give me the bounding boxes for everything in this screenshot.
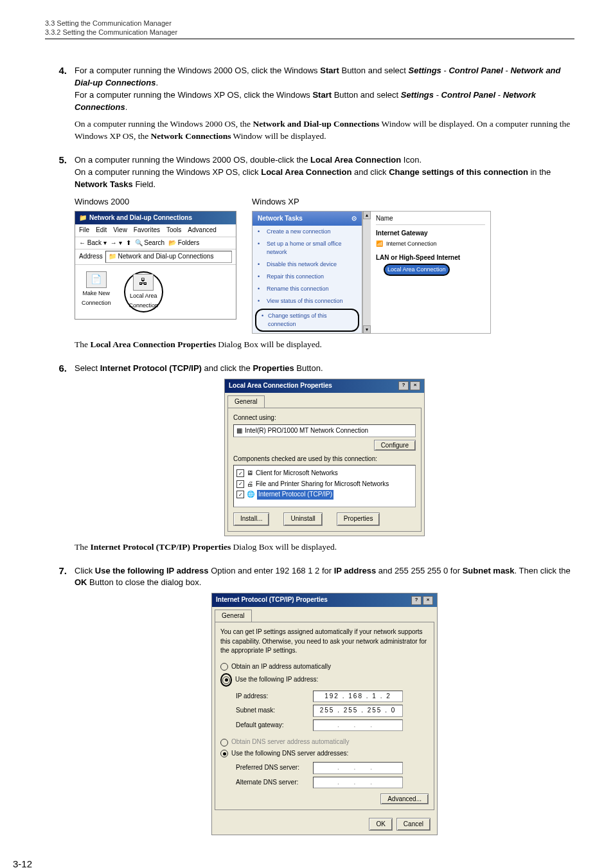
circled-annotation (220, 673, 232, 687)
radio-icon[interactable] (220, 750, 228, 757)
help-button[interactable]: ? (398, 381, 409, 390)
radio-obtain-ip[interactable]: Obtain an IP address automatically (220, 662, 429, 672)
xp-task-create[interactable]: Create a new connection (253, 226, 362, 238)
back-button[interactable]: ← Back ▾ (79, 239, 107, 248)
text: Dialog Box will be displayed. (216, 339, 322, 349)
nic-icon: ▦ (236, 426, 242, 436)
preferred-dns-input[interactable]: . . . (313, 762, 403, 774)
back-label: Back (87, 239, 102, 246)
win2000-window: 📁 Network and Dial-up Connections File E… (75, 211, 236, 320)
components-label: Components checked are used by this conn… (233, 455, 416, 464)
text: IP address (334, 566, 377, 575)
client-icon: 🖥 (247, 469, 253, 478)
menu-tools[interactable]: Tools (166, 226, 181, 235)
text: Internet Protocol (TCP/IP) (257, 490, 333, 500)
xp-task-status[interactable]: View status of this connection (253, 295, 362, 307)
protocol-icon: 🌐 (247, 490, 254, 500)
xp-tasks-header[interactable]: Network Tasks ⊙ (253, 212, 362, 226)
text: - (441, 66, 449, 75)
install-button[interactable]: Install... (233, 512, 269, 526)
menu-file[interactable]: File (79, 226, 89, 235)
text: . Then click the (515, 566, 571, 575)
checkbox-icon[interactable]: ✓ (236, 469, 244, 477)
ok-button[interactable]: OK (369, 818, 392, 831)
text: Obtain an IP address automatically (231, 662, 331, 672)
text: Button. (294, 363, 323, 373)
win2000-title-text: Network and Dial-up Connections (89, 213, 192, 223)
text: Internet Protocol (TCP/IP) (100, 363, 202, 373)
ip-titlebar: Internet Protocol (TCP/IP) Properties ? … (212, 593, 437, 607)
collapse-icon[interactable]: ⊙ (351, 214, 357, 224)
text: Click (75, 566, 95, 575)
menu-favorites[interactable]: Favorites (134, 226, 160, 235)
radio-use-ip[interactable]: Use the following IP address: (220, 673, 429, 687)
scroll-up-icon[interactable]: ▴ (363, 211, 371, 220)
xp-task-repair[interactable]: Repair this connection (253, 271, 362, 283)
ip-address-input[interactable]: 192 . 168 . 1 . 2 (313, 691, 403, 703)
xp-task-setup[interactable]: Set up a home or small office network (253, 238, 362, 258)
xp-task-rename[interactable]: Rename this connection (253, 283, 362, 295)
radio-use-dns[interactable]: Use the following DNS server addresses: (220, 749, 429, 759)
win2000-titlebar: 📁 Network and Dial-up Connections (75, 212, 236, 225)
alternate-dns-input[interactable]: . . . (313, 777, 403, 789)
text: Use the following IP address (95, 566, 209, 575)
text: Icon. (401, 155, 422, 165)
gateway-label: Default gateway: (236, 721, 313, 730)
menu-view[interactable]: View (113, 226, 127, 235)
text: Button and select (339, 66, 409, 75)
comp-fileprint[interactable]: ✓🖨File and Printer Sharing for Microsoft… (236, 479, 413, 490)
uninstall-button[interactable]: Uninstall (283, 512, 322, 526)
scroll-down-icon[interactable]: ▾ (363, 325, 371, 334)
forward-button[interactable]: → ▾ (111, 239, 122, 248)
text: and 255 255 255 0 for (376, 566, 462, 575)
cancel-button[interactable]: Cancel (396, 818, 431, 831)
step-6-num: 6. (45, 363, 75, 553)
configure-button[interactable]: Configure (374, 440, 416, 451)
text: . (125, 102, 128, 112)
printer-icon: 🖨 (247, 480, 253, 489)
local-area-connection-icon[interactable]: 🖧 Local Area Connection (124, 271, 164, 312)
address-field[interactable]: 📁 Network and Dial-up Connections (105, 251, 232, 263)
ip-address-label: IP address: (236, 692, 313, 701)
xp-internet-connection[interactable]: Internet Connection (376, 239, 485, 249)
general-tab[interactable]: General (227, 395, 265, 408)
adapter-field: ▦ Intel(R) PRO/1000 MT Network Connectio… (233, 424, 416, 438)
close-button[interactable]: × (423, 596, 433, 605)
gateway-input[interactable]: . . . (313, 719, 403, 732)
xp-task-change-settings[interactable]: Change settings of this connection (255, 309, 359, 332)
text: Use the following IP address: (235, 675, 318, 685)
step-5: 5. On a computer running the Windows 200… (45, 154, 574, 351)
step-7-num: 7. (45, 565, 75, 840)
general-tab[interactable]: General (215, 610, 252, 622)
radio-icon[interactable] (222, 676, 230, 684)
up-button[interactable]: ⬆ (126, 239, 131, 248)
text: Change settings of this connection (389, 167, 528, 177)
menu-edit[interactable]: Edit (96, 226, 107, 235)
scrollbar[interactable]: ▴ ▾ (362, 211, 371, 334)
winxp-window: Network Tasks ⊙ Create a new connection … (252, 211, 491, 334)
make-new-connection-icon[interactable]: 📄 Make New Connection (82, 271, 111, 312)
close-button[interactable]: × (410, 381, 420, 390)
text: File and Printer Sharing for Microsoft N… (256, 480, 389, 489)
text: Start (320, 66, 339, 75)
checkbox-icon[interactable]: ✓ (236, 491, 244, 498)
advanced-button[interactable]: Advanced... (380, 793, 429, 804)
text: Window will be displayed. (231, 131, 326, 141)
folders-button[interactable]: 📂 Folders (168, 239, 199, 248)
folders-label: Folders (178, 239, 199, 246)
text: On a computer running the Windows 2000 O… (75, 155, 310, 165)
xp-local-area-connection[interactable]: Local Area Connection (384, 264, 450, 276)
text: Connection (82, 299, 111, 307)
checkbox-icon[interactable]: ✓ (236, 480, 244, 488)
properties-button[interactable]: Properties (337, 512, 380, 526)
comp-tcpip[interactable]: ✓🌐Internet Protocol (TCP/IP) (236, 489, 413, 500)
radio-icon[interactable] (220, 663, 228, 671)
comp-client[interactable]: ✓🖥Client for Microsoft Networks (236, 468, 413, 479)
step-4: 4. For a computer running the Windows 20… (45, 65, 574, 143)
menu-advanced[interactable]: Advanced (188, 226, 216, 235)
xp-task-disable[interactable]: Disable this network device (253, 258, 362, 271)
help-button[interactable]: ? (411, 596, 422, 605)
subnet-mask-input[interactable]: 255 . 255 . 255 . 0 (313, 705, 403, 717)
search-button[interactable]: 🔍 Search (135, 239, 164, 248)
step-7: 7. Click Use the following IP address Op… (45, 565, 574, 840)
